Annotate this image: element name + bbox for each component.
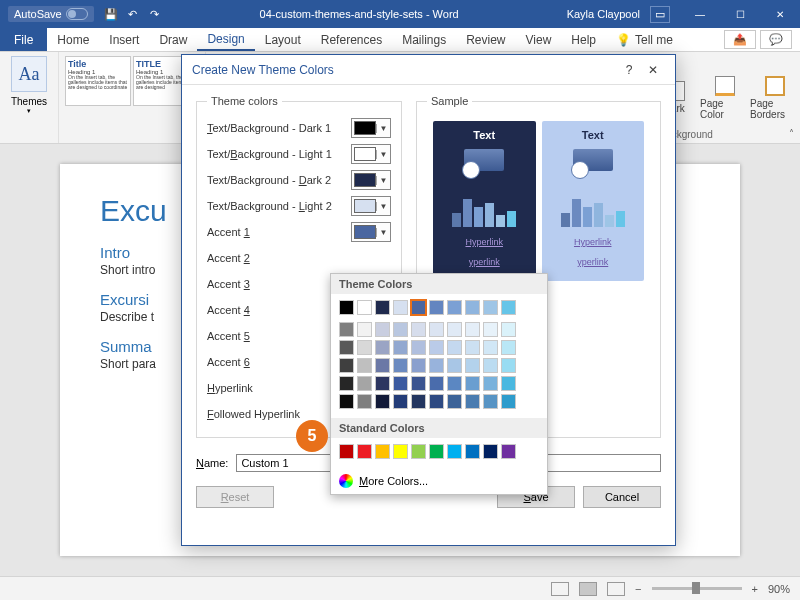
tab-help[interactable]: Help: [561, 28, 606, 51]
color-dropdown[interactable]: ▼: [351, 222, 391, 242]
more-colors-button[interactable]: More Colors...: [331, 468, 547, 494]
tab-layout[interactable]: Layout: [255, 28, 311, 51]
color-swatch[interactable]: [357, 376, 372, 391]
color-swatch[interactable]: [339, 444, 354, 459]
color-swatch[interactable]: [357, 394, 372, 409]
color-swatch[interactable]: [411, 358, 426, 373]
tab-view[interactable]: View: [516, 28, 562, 51]
color-swatch[interactable]: [429, 444, 444, 459]
maximize-button[interactable]: ☐: [720, 0, 760, 28]
zoom-level[interactable]: 90%: [768, 583, 790, 595]
color-swatch[interactable]: [447, 376, 462, 391]
color-swatch[interactable]: [501, 322, 516, 337]
save-icon[interactable]: 💾: [104, 7, 118, 21]
color-swatch[interactable]: [501, 358, 516, 373]
color-swatch[interactable]: [465, 322, 480, 337]
color-swatch[interactable]: [447, 340, 462, 355]
comments-button[interactable]: 💬: [760, 30, 792, 49]
color-swatch[interactable]: [357, 358, 372, 373]
color-swatch[interactable]: [465, 376, 480, 391]
tab-file[interactable]: File: [0, 28, 47, 51]
color-swatch[interactable]: [447, 300, 462, 315]
view-web-icon[interactable]: [607, 582, 625, 596]
color-swatch[interactable]: [393, 300, 408, 315]
color-swatch[interactable]: [429, 340, 444, 355]
color-swatch[interactable]: [357, 322, 372, 337]
tab-design[interactable]: Design: [197, 28, 254, 51]
color-swatch[interactable]: [483, 376, 498, 391]
color-swatch[interactable]: [429, 300, 444, 315]
color-swatch[interactable]: [447, 444, 462, 459]
color-swatch[interactable]: [501, 394, 516, 409]
view-read-icon[interactable]: [551, 582, 569, 596]
close-button[interactable]: ✕: [760, 0, 800, 28]
zoom-out-button[interactable]: −: [635, 583, 641, 595]
color-swatch[interactable]: [483, 394, 498, 409]
tab-references[interactable]: References: [311, 28, 392, 51]
color-swatch[interactable]: [411, 300, 426, 315]
color-swatch[interactable]: [429, 322, 444, 337]
tab-review[interactable]: Review: [456, 28, 515, 51]
color-dropdown[interactable]: ▼: [351, 196, 391, 216]
color-swatch[interactable]: [465, 340, 480, 355]
color-swatch[interactable]: [465, 300, 480, 315]
color-swatch[interactable]: [393, 376, 408, 391]
color-swatch[interactable]: [375, 358, 390, 373]
style-set-gallery[interactable]: TitleHeading 1On the Insert tab, the gal…: [65, 56, 199, 106]
cancel-button[interactable]: Cancel: [583, 486, 661, 508]
color-swatch[interactable]: [411, 444, 426, 459]
color-swatch[interactable]: [501, 300, 516, 315]
color-swatch[interactable]: [483, 340, 498, 355]
color-swatch[interactable]: [339, 394, 354, 409]
color-swatch[interactable]: [357, 444, 372, 459]
dialog-help-button[interactable]: ?: [617, 63, 641, 77]
color-swatch[interactable]: [339, 340, 354, 355]
color-swatch[interactable]: [483, 358, 498, 373]
color-swatch[interactable]: [411, 394, 426, 409]
color-swatch[interactable]: [393, 394, 408, 409]
color-swatch[interactable]: [447, 394, 462, 409]
color-swatch[interactable]: [465, 394, 480, 409]
color-swatch[interactable]: [411, 322, 426, 337]
color-swatch[interactable]: [501, 376, 516, 391]
color-swatch[interactable]: [429, 376, 444, 391]
color-swatch[interactable]: [339, 322, 354, 337]
color-swatch[interactable]: [393, 444, 408, 459]
tab-draw[interactable]: Draw: [149, 28, 197, 51]
redo-icon[interactable]: ↷: [148, 7, 162, 21]
zoom-slider[interactable]: [652, 587, 742, 590]
color-swatch[interactable]: [339, 376, 354, 391]
view-print-icon[interactable]: [579, 582, 597, 596]
color-swatch[interactable]: [339, 300, 354, 315]
color-swatch[interactable]: [393, 322, 408, 337]
color-dropdown[interactable]: ▼: [351, 144, 391, 164]
color-swatch[interactable]: [483, 322, 498, 337]
color-swatch[interactable]: [411, 376, 426, 391]
color-swatch[interactable]: [447, 322, 462, 337]
tab-insert[interactable]: Insert: [99, 28, 149, 51]
color-swatch[interactable]: [357, 300, 372, 315]
color-swatch[interactable]: [429, 394, 444, 409]
ribbon-options-icon[interactable]: ▭: [650, 6, 670, 23]
color-swatch[interactable]: [483, 444, 498, 459]
dialog-close-button[interactable]: ✕: [641, 63, 665, 77]
color-swatch[interactable]: [411, 340, 426, 355]
color-swatch[interactable]: [375, 322, 390, 337]
color-swatch[interactable]: [483, 300, 498, 315]
color-swatch[interactable]: [375, 376, 390, 391]
color-swatch[interactable]: [501, 340, 516, 355]
color-swatch[interactable]: [375, 340, 390, 355]
share-button[interactable]: 📤: [724, 30, 756, 49]
color-swatch[interactable]: [339, 358, 354, 373]
color-swatch[interactable]: [501, 444, 516, 459]
user-name[interactable]: Kayla Claypool: [567, 8, 640, 20]
minimize-button[interactable]: —: [680, 0, 720, 28]
tab-mailings[interactable]: Mailings: [392, 28, 456, 51]
color-swatch[interactable]: [375, 300, 390, 315]
themes-button[interactable]: Aa Themes ▾: [6, 56, 52, 115]
color-swatch[interactable]: [357, 340, 372, 355]
undo-icon[interactable]: ↶: [126, 7, 140, 21]
color-swatch[interactable]: [393, 340, 408, 355]
collapse-ribbon-icon[interactable]: ˄: [789, 128, 794, 139]
autosave-toggle[interactable]: AutoSave: [8, 6, 94, 22]
